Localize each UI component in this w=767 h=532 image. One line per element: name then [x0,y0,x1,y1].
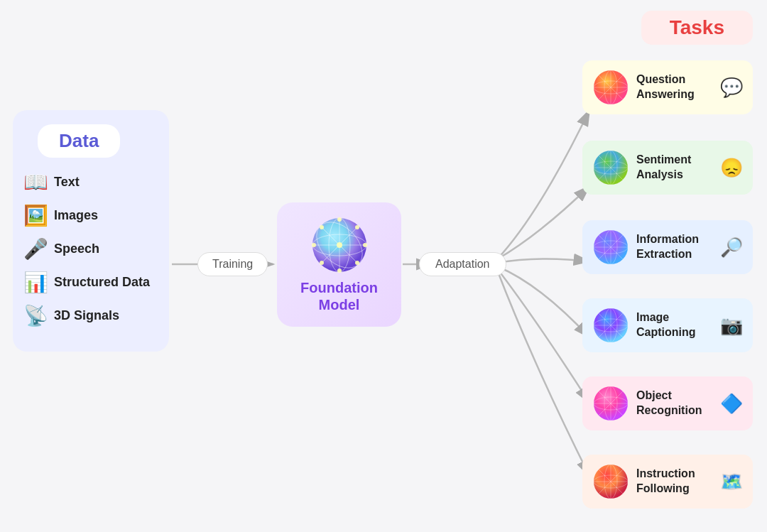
task-sphere-4 [592,385,629,422]
data-item-label: 3D Signals [54,308,119,323]
task-label-5: Instruction Following [636,467,713,496]
data-item-label: Text [54,175,80,190]
svg-point-14 [363,243,367,247]
data-item-3d-signals: 📡 3D Signals [23,304,158,327]
task-label-1: Sentiment Analysis [636,153,713,183]
data-item-label: Speech [54,241,99,256]
task-right-icon-0: 💬 [720,77,743,99]
task-right-icon-5: 🗺️ [720,471,743,493]
task-right-icon-4: 🔷 [720,393,743,415]
data-item-structured-data: 📊 Structured Data [23,271,158,294]
foundation-sphere [311,217,368,273]
task-card-2: Information Extraction 🔎 [582,220,753,274]
data-item-text: 📖 Text [23,170,158,194]
foundation-label: FoundationModel [300,279,378,313]
data-icon-0: 📖 [23,170,48,194]
data-icon-4: 📡 [23,304,48,327]
task-right-icon-3: 📷 [720,315,743,337]
task-sphere-0 [592,69,629,106]
svg-point-19 [337,242,342,248]
data-title-box: Data [38,124,120,158]
data-title: Data [59,130,99,151]
svg-point-12 [337,268,342,273]
data-icon-3: 📊 [23,271,48,294]
svg-point-13 [312,243,316,247]
svg-point-15 [320,225,324,229]
task-card-1: Sentiment Analysis 😞 [582,141,753,195]
task-sphere-2 [592,229,629,266]
task-sphere-5 [592,463,629,500]
svg-point-11 [337,217,342,222]
data-icon-2: 🎤 [23,237,48,261]
task-card-0: Question Answering 💬 [582,60,753,114]
task-card-5: Instruction Following 🗺️ [582,455,753,509]
task-sphere-1 [592,149,629,186]
data-item-images: 🖼️ Images [23,204,158,227]
data-icon-1: 🖼️ [23,204,48,227]
data-panel: Data 📖 Text🖼️ Images🎤 Speech📊 Structured… [13,110,169,352]
data-item-speech: 🎤 Speech [23,237,158,261]
tasks-header: Tasks [641,11,753,45]
svg-point-18 [355,261,359,265]
foundation-model-box: FoundationModel [277,202,401,327]
data-item-label: Images [54,208,98,223]
training-label: Training [197,252,268,276]
task-label-4: Object Recognition [636,389,713,418]
svg-point-17 [320,261,324,265]
task-sphere-3 [592,307,629,344]
svg-point-16 [355,225,359,229]
data-item-label: Structured Data [54,275,150,290]
task-label-3: Image Captioning [636,310,713,340]
task-label-2: Information Extraction [636,232,713,262]
task-card-4: Object Recognition 🔷 [582,376,753,430]
task-right-icon-1: 😞 [720,157,743,179]
task-card-3: Image Captioning 📷 [582,298,753,352]
task-label-0: Question Answering [636,72,713,102]
task-right-icon-2: 🔎 [720,237,743,259]
tasks-title: Tasks [670,16,724,38]
adaptation-label: Adaptation [419,252,506,276]
